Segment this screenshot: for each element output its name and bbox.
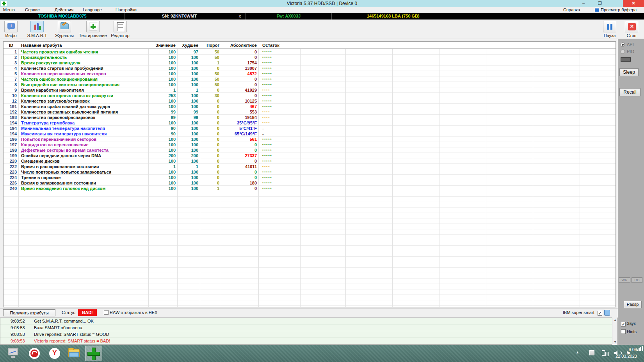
attribute-row[interactable]: 226 Время в запаркованном состоянии 100 … <box>4 180 616 186</box>
attribute-row[interactable]: 3 Время раскрутки шпинделя 100 100 1 175… <box>4 60 616 66</box>
attr-name: Время в запаркованном состоянии <box>21 180 96 186</box>
taskbar-yandex-browser-icon[interactable]: Y <box>46 346 63 361</box>
menu-item-menu[interactable]: Меню <box>3 7 15 12</box>
attribute-row[interactable]: 9 Время наработки накопителя 1 1 0 41929… <box>4 87 616 93</box>
attr-id: 222 <box>4 164 17 169</box>
drive-tab-close[interactable]: x <box>234 13 246 20</box>
tray-show-hidden-icon[interactable]: ▲ <box>576 350 579 354</box>
attribute-row[interactable]: 7 Частота ошибок позиционирования 100 10… <box>4 76 616 82</box>
attribute-row[interactable]: 194 Температура гермоблока 100 100 0 35°… <box>4 120 616 126</box>
scroll-up-icon[interactable]: ▲ <box>612 318 618 323</box>
maximize-button[interactable]: ❐ <box>593 0 607 7</box>
rd-button[interactable]: RD <box>632 277 642 283</box>
attribute-row[interactable]: 5 Количество переназначенных секторов 10… <box>4 71 616 76</box>
menu-item-actions[interactable]: Действия <box>55 7 73 12</box>
passport-button[interactable]: Passp <box>624 301 642 308</box>
stop-button[interactable]: ✕ Стоп <box>623 21 640 38</box>
attribute-row[interactable]: 192 Количество внезапных выключений пита… <box>4 109 616 115</box>
attr-threshold: 0 <box>200 87 219 93</box>
checkbox-checked-icon[interactable] <box>598 311 602 316</box>
ibm-super-smart-checkbox[interactable]: IBM super smart: <box>563 310 602 316</box>
logs-button[interactable]: Журналы <box>52 21 76 38</box>
checkbox-icon[interactable] <box>621 329 626 334</box>
minimize-button[interactable]: – <box>577 0 590 7</box>
attr-worst: 100 <box>177 71 198 76</box>
radio-selected-icon[interactable] <box>621 43 625 47</box>
attribute-row[interactable]: 224 Трение в парковке 100 100 0 0 ••••• <box>4 175 616 180</box>
blue-indicator-button[interactable] <box>604 310 610 316</box>
scroll-down-icon[interactable]: ▼ <box>612 339 618 345</box>
log-scrollbar[interactable]: ▲ ▼ <box>612 318 617 345</box>
pio-radio[interactable]: PIO <box>621 49 634 54</box>
attr-value: 99 <box>148 115 176 120</box>
recall-button[interactable]: Recall <box>619 88 640 96</box>
attribute-row[interactable]: 10 Количество повторных попыток раскрутк… <box>4 93 616 98</box>
menu-item-language[interactable]: Language <box>83 7 102 12</box>
taskbar-clock[interactable]: 9:09 22.03.2023 <box>616 346 637 360</box>
attribute-row[interactable]: 194 Максимальная температура накопителя … <box>4 131 616 137</box>
menu-item-service[interactable]: Сервис <box>25 7 40 12</box>
attr-raw-value: 65°C/149°F <box>221 131 257 137</box>
attr-raw-value: 0 <box>221 186 257 191</box>
attr-health-dots: ••••• <box>262 153 272 158</box>
taskbar-victoria-icon[interactable] <box>85 346 102 361</box>
editor-button[interactable]: Редактор <box>109 21 131 38</box>
buffer-view-button[interactable]: Просмотр буфера <box>595 7 637 12</box>
attr-worst: 100 <box>177 147 198 153</box>
attr-health-dots: •••• <box>262 87 270 93</box>
get-smart-button[interactable]: Получить атрибуты SMART <box>3 309 55 316</box>
sleep-button[interactable]: Sleep <box>619 68 639 76</box>
close-button[interactable]: ✕ <box>623 0 644 7</box>
wr-button[interactable]: WR <box>619 277 630 283</box>
attribute-row[interactable]: 240 Время нахождения головок над диском … <box>4 186 616 191</box>
attribute-row[interactable]: 222 Время в распаркованном состоянии 1 1… <box>4 164 616 169</box>
pause-button[interactable]: Пауза <box>601 21 618 38</box>
attr-worst: 100 <box>177 55 198 60</box>
testing-button[interactable]: Тестирование <box>77 21 109 38</box>
menu-item-settings[interactable]: Настройки <box>116 7 137 12</box>
table-header-row: ID Название атрибута Значение Худшее Пор… <box>4 42 616 49</box>
tray-grid-icon[interactable] <box>589 350 594 355</box>
attr-name: Количество стартов или пробуждений <box>21 66 103 71</box>
smart-button[interactable]: S.M.A.R.T <box>23 21 51 38</box>
toolbar: i Инфо S.M.A.R.T Журналы Тестирование Ре… <box>0 20 644 39</box>
attribute-row[interactable]: 223 Число повторных попыток запарковатьс… <box>4 169 616 175</box>
attribute-row[interactable]: 1 Частота проявления ошибок чтения 100 9… <box>4 49 616 55</box>
attr-raw-value: 13007 <box>221 66 257 71</box>
menu-item-help[interactable]: Справка <box>563 7 580 12</box>
sound-checkbox[interactable]: Звук <box>621 321 636 327</box>
attr-name: Количество парковок/распарковок <box>21 115 95 120</box>
attribute-row[interactable]: 199 Ошибки передачи данных через DMA 200… <box>4 153 616 158</box>
attribute-row[interactable]: 8 Быстродействие системы позиционировани… <box>4 82 616 87</box>
raw-hex-checkbox[interactable]: RAW отображать в HEX <box>104 310 157 315</box>
attr-name: Время в распаркованном состоянии <box>21 164 99 169</box>
attr-health-dots: ••••• <box>262 175 272 180</box>
attr-id: 4 <box>4 66 17 71</box>
taskbar-file-explorer-icon[interactable] <box>66 346 83 361</box>
checkbox-checked-icon[interactable] <box>621 322 626 327</box>
attr-threshold: 0 <box>200 131 219 137</box>
tray-devices-icon[interactable] <box>602 350 605 356</box>
attr-id: 194 <box>4 120 17 126</box>
attribute-row[interactable]: 12 Количество запусков/остановок 100 100… <box>4 98 616 104</box>
attribute-row[interactable]: 220 Смещение дисков 100 100 0 0 ••••• <box>4 158 616 164</box>
taskbar-system-monitor-icon[interactable] <box>5 346 22 361</box>
info-button[interactable]: i Инфо <box>2 21 20 38</box>
attribute-row[interactable]: 198 Дефектные секторы во время самотеста… <box>4 147 616 153</box>
attribute-row[interactable]: 4 Количество стартов или пробуждений 100… <box>4 66 616 71</box>
attribute-row[interactable]: 194 Минимальная температура накопителя 9… <box>4 126 616 131</box>
attr-worst: 100 <box>177 98 198 104</box>
attribute-row[interactable]: 196 Попыток переназначений секторов 100 … <box>4 137 616 142</box>
hints-checkbox[interactable]: Hints <box>621 329 637 334</box>
attribute-row[interactable]: 2 Производительность 100 100 50 0 ••••• <box>4 55 616 60</box>
taskbar-antivirus-icon[interactable] <box>26 346 43 361</box>
attribute-row[interactable]: 191 Количество срабатываний датчика удар… <box>4 104 616 109</box>
attr-threshold: 0 <box>200 98 219 104</box>
drive-model[interactable]: TOSHIBA MQ01ABD075 <box>0 13 125 20</box>
attribute-row[interactable]: 193 Количество парковок/распарковок 99 9… <box>4 115 616 120</box>
radio-icon[interactable] <box>621 50 625 54</box>
checkbox-icon[interactable] <box>104 310 109 315</box>
api-radio[interactable]: API <box>621 42 634 47</box>
attribute-row[interactable]: 197 Кандидатов на переназначение 100 100… <box>4 142 616 147</box>
attr-threshold: 0 <box>200 147 219 153</box>
